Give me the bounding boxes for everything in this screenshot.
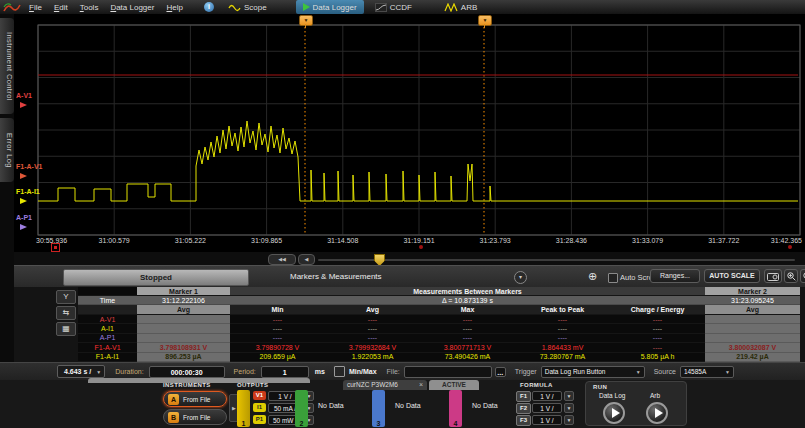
sine-wave-icon (228, 3, 241, 12)
formula-f2-field[interactable]: 1 V / (532, 403, 562, 413)
output-1-number: 1 (237, 420, 250, 427)
cell-a-i1-ptp: ---- (515, 324, 610, 333)
auto-scroll-checkbox[interactable] (608, 273, 618, 283)
row-label-a-p1: A-P1 (78, 334, 137, 343)
menu-help[interactable]: Help (166, 3, 182, 12)
marker-flag-2[interactable]: ▼ (478, 15, 492, 26)
formula-f3-dropdown[interactable]: ▼ (564, 415, 574, 425)
markers-delta: Δ = 10.873139 s (230, 296, 705, 305)
measurements-table: Marker 1 Measurements Between Markers Ma… (14, 287, 805, 362)
marker2-title: Marker 2 (705, 287, 800, 296)
ccdf-curve-icon (375, 3, 387, 12)
period-field[interactable]: 1 (261, 366, 309, 378)
sidebar-tab-instrument-control[interactable]: Instrument Control (0, 18, 14, 114)
cell-f1-a-i1-marker1: 896.253 µA (137, 353, 230, 362)
sidebar-tab-error-log[interactable]: Error Log (0, 118, 14, 182)
zoom-out-button[interactable] (800, 269, 805, 283)
tab-scope[interactable]: Scope (221, 0, 274, 14)
col-header-min: Min (230, 305, 325, 315)
formula-f1-field[interactable]: 1 V / (532, 391, 562, 401)
tool-button-marker-tool-icon[interactable]: Y (56, 290, 76, 304)
output-2-number: 2 (295, 420, 308, 427)
scroll-rewind-button[interactable]: ◀◀ (268, 254, 296, 265)
output-4-bar[interactable]: 4 (449, 390, 462, 427)
output-1-bar[interactable]: 1 (237, 390, 250, 427)
info-icon[interactable]: i (197, 0, 221, 14)
formula-header: FORMULA (520, 382, 553, 388)
menu-items: FileEditToolsData LoggerHelp (29, 3, 195, 12)
cell-a-v1-charge: ---- (610, 315, 705, 324)
tool-button-markers-pair-icon[interactable]: ⇆ (56, 306, 76, 320)
file-input[interactable] (404, 366, 492, 378)
panel-dropdown-icon[interactable]: ▾ (514, 271, 527, 284)
chart-area[interactable]: ▼▼30:55.93631:00.57931:05.22231:09.86531… (14, 14, 805, 252)
zoom-in-button[interactable] (784, 269, 798, 283)
formula-f2-chip: F2 (516, 403, 531, 414)
auto-scale-button[interactable]: AUTO SCALE (704, 269, 760, 283)
scroll-back-button[interactable]: ◀ (298, 254, 315, 265)
time-scale-dropdown[interactable]: 4.643 s / ▼ (57, 365, 105, 378)
source-value: 14585A (684, 368, 706, 375)
arb-run-button[interactable] (646, 402, 668, 424)
output-3-bar[interactable]: 3 (372, 390, 385, 427)
tab-arb[interactable]: ARB (437, 0, 484, 14)
ranges-button[interactable]: Ranges... (650, 269, 700, 283)
formula-f1-dropdown[interactable]: ▼ (564, 391, 574, 401)
tab-file-label: curNZC P3W2M6 (347, 381, 398, 388)
tab-ccdf-label: CCDF (390, 3, 412, 12)
output-1-v1-chip: V1 (253, 391, 266, 400)
status-badge: Stopped (63, 269, 249, 286)
menu-data-logger[interactable]: Data Logger (110, 3, 154, 12)
menu-bar: FileEditToolsData LoggerHelp i Scope Dat… (0, 0, 805, 14)
channel-marker-f1-a-v1[interactable] (20, 173, 27, 179)
datalog-run-button[interactable] (603, 402, 625, 424)
cell-f1-a-i1-min: 209.659 µA (230, 353, 325, 362)
x-tick-label: 31:19.151 (391, 237, 447, 244)
duration-field[interactable]: 000:00:30 (149, 366, 225, 378)
trace-f1-a-i1 (38, 121, 798, 201)
close-icon[interactable]: × (419, 380, 423, 390)
formula-f2-dropdown[interactable]: ▼ (564, 403, 574, 413)
source-dropdown[interactable]: 14585A ▼ (680, 366, 734, 378)
time-scale-value: 4.643 s / (64, 368, 91, 375)
x-tick-label: 31:37.722 (696, 237, 752, 244)
trigger-dropdown[interactable]: Data Log Run Button ▼ (541, 366, 645, 378)
x-tick-label: 31:42.365 (746, 237, 802, 244)
cell-f1-a-v1-min: 3.79890728 V (230, 343, 325, 352)
menu-file[interactable]: File (29, 3, 42, 12)
tool-button-grid-view-icon[interactable]: ▦ (56, 322, 76, 336)
instrument-b-icon: B (168, 412, 179, 423)
channel-label-a-v1: A-V1 (16, 92, 32, 99)
minmax-checkbox[interactable] (334, 366, 345, 377)
cell-a-p1-min: ---- (230, 334, 325, 343)
cell-f1-a-v1-marker2: 3.800032087 V (705, 343, 800, 352)
corner-blank (78, 287, 137, 296)
cell-f1-a-v1-max: 3.800771713 V (420, 343, 515, 352)
cell-a-p1-avg: ---- (325, 334, 420, 343)
channel-marker-a-p1[interactable] (20, 224, 27, 230)
snapshot-button[interactable] (764, 269, 782, 283)
blank-header (78, 305, 137, 315)
instrument-b-button[interactable]: B From File (163, 409, 227, 425)
output-2-bar[interactable]: 2 (295, 390, 308, 427)
formula-f3-field[interactable]: 1 V / (532, 415, 562, 425)
browse-button[interactable]: ... (495, 367, 506, 377)
chart-grid (38, 25, 800, 235)
tab-active[interactable]: ACTIVE (429, 380, 479, 390)
marker2-time: 31:23.095245 (705, 296, 800, 305)
left-sidebar: Instrument Control Error Log (0, 14, 14, 362)
menu-edit[interactable]: Edit (54, 3, 68, 12)
tab-data-logger-label: Data Logger (313, 3, 357, 12)
scroll-track[interactable] (318, 259, 795, 261)
channel-marker-f1-a-i1[interactable] (20, 198, 27, 204)
channel-marker-a-v1[interactable] (20, 102, 27, 108)
output-4-number: 4 (449, 420, 462, 427)
cell-a-p1-max: ---- (420, 334, 515, 343)
tab-ccdf[interactable]: CCDF (368, 0, 419, 14)
instrument-a-button[interactable]: A From File (163, 391, 227, 407)
tab-file[interactable]: × curNZC P3W2M6 (343, 380, 427, 390)
pan-tool-icon[interactable]: ⊕ (588, 270, 597, 283)
marker-flag-1[interactable]: ▼ (299, 15, 313, 26)
tab-data-logger[interactable]: Data Logger (296, 0, 364, 14)
menu-tools[interactable]: Tools (80, 3, 99, 12)
